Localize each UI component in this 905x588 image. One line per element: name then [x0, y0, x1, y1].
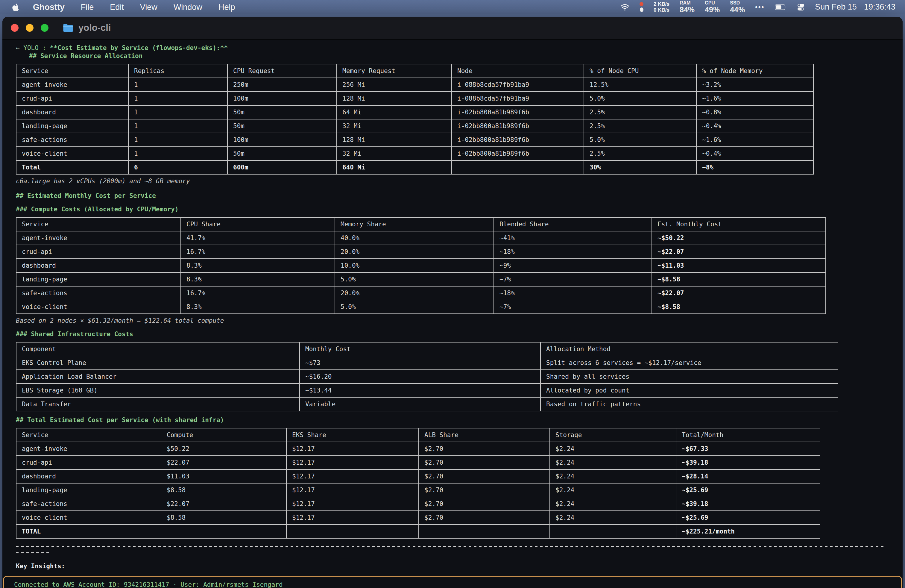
table-cell: $12.17 — [286, 511, 419, 524]
column-header: Storage — [550, 428, 676, 442]
menu-edit[interactable]: Edit — [110, 3, 124, 12]
table-cell: ~0.4% — [696, 147, 813, 161]
prompt-label: YOLO : — [20, 44, 50, 51]
table-row: EKS Control Plane~$73Split across 6 serv… — [16, 356, 838, 370]
table-cell: ~8% — [696, 161, 813, 174]
table-cell: voice-client — [16, 511, 161, 524]
key-insights-label: Key Insights: — [16, 562, 903, 571]
table-cell: 30% — [584, 161, 696, 174]
resource_allocation-table: ServiceReplicasCPU RequestMemory Request… — [16, 64, 814, 175]
table-header-row: ServiceReplicasCPU RequestMemory Request… — [16, 64, 813, 78]
menu-window[interactable]: Window — [173, 3, 202, 12]
table-cell: 50m — [227, 105, 337, 119]
table-cell: ~$13.44 — [300, 383, 540, 397]
column-header: Memory Request — [337, 64, 452, 78]
table-cell: 50m — [227, 147, 337, 161]
column-header: Service — [16, 428, 161, 442]
table-cell: Allocated by pod count — [540, 383, 838, 397]
table-cell: landing-page — [16, 272, 181, 286]
close-button[interactable] — [11, 24, 19, 32]
table-cell: 2.5% — [584, 119, 696, 133]
menu-file[interactable]: File — [81, 3, 94, 12]
ssd-widget[interactable]: SSD 44% — [730, 1, 745, 13]
more-menu-icon[interactable]: ••• — [755, 3, 765, 11]
table-cell: 2.5% — [584, 147, 696, 161]
table-cell: $11.03 — [161, 469, 286, 483]
table-cell — [550, 524, 676, 538]
table-row: landing-page8.3%5.0%~7%~$8.58 — [16, 272, 826, 286]
section-heading-shared-infra: ### Shared Infrastructure Costs — [16, 330, 903, 338]
column-header: ALB Share — [419, 428, 550, 442]
table-cell: dashboard — [16, 469, 161, 483]
network-speed-widget[interactable]: 2 KB/s 0 KB/s — [654, 1, 670, 13]
column-header: Memory Share — [335, 217, 494, 231]
minimize-button[interactable] — [26, 24, 33, 32]
table-cell: $2.70 — [419, 511, 550, 524]
shared_infra-table: ComponentMonthly CostAllocation MethodEK… — [16, 342, 838, 412]
menu-bar: Ghostty File Edit View Window Help 2 KB/… — [0, 0, 905, 14]
column-header: Est. Monthly Cost — [652, 217, 826, 231]
table-cell: 8.3% — [181, 259, 335, 272]
table-cell: $12.17 — [286, 456, 419, 469]
shared-infra-table-mount: ComponentMonthly CostAllocation MethodEK… — [16, 342, 903, 412]
menu-bar-clock[interactable]: Sun Feb 15 19:36:43 — [815, 2, 895, 12]
dashed-separator-short — [16, 552, 49, 553]
zoom-button[interactable] — [41, 24, 49, 32]
table-cell: 2.5% — [584, 105, 696, 119]
section-heading-resource-allocation: ## Service Resource Allocation — [16, 52, 903, 60]
menu-view[interactable]: View — [140, 3, 157, 12]
menu-help[interactable]: Help — [219, 3, 235, 12]
column-header: Total/Month — [676, 428, 820, 442]
compute_costs-table: ServiceCPU ShareMemory ShareBlended Shar… — [16, 217, 826, 314]
menu-app-name[interactable]: Ghostty — [33, 2, 65, 12]
table-cell: i-088b8cda57fb91ba9 — [452, 78, 584, 92]
table-header-row: ServiceCPU ShareMemory ShareBlended Shar… — [16, 217, 826, 231]
column-header: % of Node CPU — [584, 64, 696, 78]
table-cell: $12.17 — [286, 483, 419, 497]
table-cell: ~$39.18 — [676, 497, 820, 511]
table-cell: ~18% — [494, 245, 652, 259]
battery-icon[interactable] — [775, 4, 787, 10]
network-down: 0 KB/s — [654, 7, 670, 13]
compute-basis-note: Based on 2 nodes × $61.32/month = $122.6… — [16, 317, 903, 325]
table-row: landing-page$8.58$12.17$2.70$2.24~$25.69 — [16, 483, 820, 497]
table-cell: 600m — [227, 161, 337, 174]
column-header: % of Node Memory — [696, 64, 813, 78]
table-cell: 128 Mi — [337, 92, 452, 105]
cpu-widget[interactable]: CPU 49% — [705, 1, 720, 13]
table-cell: $2.24 — [550, 469, 676, 483]
table-cell: 64 Mi — [337, 105, 452, 119]
table-row: voice-client8.3%5.0%~7%~$8.58 — [16, 300, 826, 314]
table-cell: i-02bb800a81b989f6b — [452, 133, 584, 147]
table-cell: $2.70 — [419, 469, 550, 483]
table-row: voice-client$8.58$12.17$2.70$2.24~$25.69 — [16, 511, 820, 524]
terminal-window: yolo-cli ← YOLO : **Cost Estimate by Ser… — [2, 17, 903, 588]
status-dots-icon[interactable] — [640, 2, 643, 12]
table-cell: $12.17 — [286, 497, 419, 511]
table-cell: 100m — [227, 92, 337, 105]
table-cell: ~$39.18 — [676, 456, 820, 469]
control-center-icon[interactable] — [797, 3, 805, 11]
ram-widget[interactable]: RAM 84% — [680, 1, 695, 13]
table-row: safe-actions16.7%20.0%~18%~$22.07 — [16, 286, 826, 300]
wifi-icon[interactable] — [621, 3, 629, 11]
table-cell: ~$225.21/month — [676, 524, 820, 538]
ram-label: RAM — [680, 1, 691, 6]
table-cell: ~$11.03 — [652, 259, 826, 272]
table-cell: safe-actions — [16, 286, 181, 300]
table-row: dashboard$11.03$12.17$2.70$2.24~$28.14 — [16, 469, 820, 483]
table-cell: ~$22.07 — [652, 286, 826, 300]
apple-menu-icon[interactable] — [12, 3, 20, 12]
table-cell: 1 — [129, 133, 227, 147]
table-cell: i-02bb800a81b989f6b — [452, 105, 584, 119]
table-cell: crud-api — [16, 456, 161, 469]
table-row: crud-api$22.07$12.17$2.70$2.24~$39.18 — [16, 456, 820, 469]
table-cell: 16.7% — [181, 286, 335, 300]
ram-value: 84% — [680, 6, 695, 13]
table-cell: landing-page — [16, 119, 129, 133]
table-cell: ~$16.20 — [300, 370, 540, 383]
window-title-text: yolo-cli — [78, 22, 111, 33]
resource-allocation-table-mount: ServiceReplicasCPU RequestMemory Request… — [16, 64, 903, 175]
section-heading-monthly-cost: ## Estimated Monthly Cost per Service — [16, 192, 903, 200]
table-cell: 1 — [129, 92, 227, 105]
